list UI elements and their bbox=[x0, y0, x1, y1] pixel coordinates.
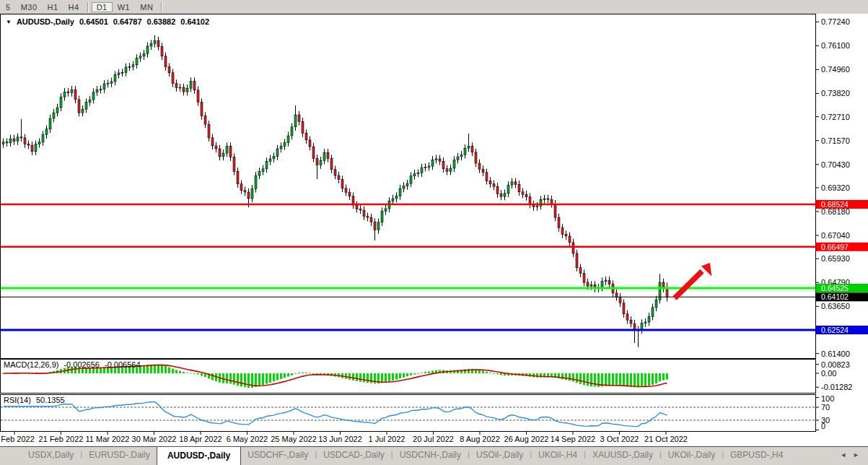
macd-bar bbox=[482, 370, 484, 373]
candle-body bbox=[35, 144, 37, 152]
candle-body bbox=[24, 138, 26, 144]
macd-bar bbox=[186, 373, 188, 373]
macd-bar bbox=[486, 372, 488, 373]
time-axis-label: 11 Mar 2022 bbox=[86, 435, 130, 443]
macd-bar bbox=[496, 373, 499, 374]
candle-body bbox=[478, 163, 481, 169]
macd-bar bbox=[399, 373, 401, 378]
candle-body bbox=[619, 297, 621, 303]
candle-body bbox=[121, 72, 123, 73]
macd-bar bbox=[576, 373, 578, 383]
time-axis-label: 21 Oct 2022 bbox=[644, 435, 688, 443]
ohlc-open: 0.64501 bbox=[79, 17, 108, 26]
candle-body bbox=[165, 56, 167, 67]
macd-bar bbox=[370, 373, 372, 383]
macd-label: MACD(12,26,9) -0.002656 -0.006564 bbox=[4, 360, 141, 369]
chart-tab-usoil-daily[interactable]: USOil-,Daily bbox=[470, 447, 530, 460]
candle-body bbox=[529, 197, 531, 204]
price-badge-resistance-1-text: 0.68524 bbox=[821, 200, 849, 209]
candle-body bbox=[186, 88, 188, 92]
candle-body bbox=[428, 166, 430, 168]
chart-tab-usdx-daily[interactable]: USDX,Daily bbox=[22, 447, 80, 460]
macd-bar bbox=[615, 373, 618, 386]
macd-bar bbox=[428, 372, 430, 374]
candle-body bbox=[439, 159, 441, 162]
candle-body bbox=[237, 171, 239, 183]
tabs-scroll-left-icon[interactable]: ◄ bbox=[840, 451, 846, 459]
candle-body bbox=[482, 169, 484, 172]
candle-body bbox=[45, 129, 48, 135]
chart-tab-usdcad-daily[interactable]: USDCAD-,Daily bbox=[317, 447, 391, 460]
candle-body bbox=[565, 235, 567, 236]
chart-symbol-label: AUDUSD-,Daily bbox=[17, 17, 74, 26]
candle-body bbox=[442, 161, 444, 168]
macd-bar bbox=[662, 373, 665, 381]
candle-body bbox=[9, 139, 12, 143]
candle-body bbox=[280, 147, 282, 149]
candle-body bbox=[82, 109, 84, 113]
chart-tab-usdchf-daily[interactable]: USDCHF-,Daily bbox=[241, 447, 315, 460]
candle-body bbox=[504, 194, 506, 196]
candle-body bbox=[605, 280, 607, 282]
chart-tab-ukoil-h4[interactable]: UKOil-,H4 bbox=[532, 447, 584, 460]
macd-bar bbox=[392, 373, 394, 381]
macd-bar bbox=[273, 373, 275, 381]
candle-body bbox=[493, 184, 495, 187]
candle-body bbox=[468, 147, 470, 149]
macd-bar bbox=[637, 373, 639, 388]
chart-tab-eurusd-daily[interactable]: EURUSD-,Daily bbox=[82, 447, 157, 460]
candle-body bbox=[370, 217, 372, 222]
candle-body bbox=[49, 118, 51, 129]
candle-body bbox=[114, 75, 116, 82]
candle-body bbox=[305, 134, 307, 140]
macd-bar bbox=[666, 373, 668, 380]
metatrader-window: 5M30H1H4D1W1MN 0.772400.761000.749600.73… bbox=[0, 0, 868, 465]
macd-bar bbox=[172, 369, 174, 374]
chart-dropdown-icon[interactable]: ▼ bbox=[6, 19, 12, 25]
time-axis-label: 6 May 2022 bbox=[227, 435, 268, 443]
macd-bar bbox=[266, 373, 268, 384]
candle-body bbox=[316, 158, 318, 165]
candle-body bbox=[413, 173, 416, 176]
symbol-tabs: USDX,Daily|EURUSD-,DailyAUDUSD-,DailyUSD… bbox=[0, 447, 840, 465]
macd-bar bbox=[201, 373, 203, 375]
chart-tab-usdcnh-daily[interactable]: USDCNH-,Daily bbox=[393, 447, 468, 460]
candle-body bbox=[641, 323, 643, 330]
tabs-scroll-right-icon[interactable]: ► bbox=[853, 451, 859, 459]
candle-body bbox=[648, 316, 650, 322]
candle-body bbox=[172, 73, 174, 84]
chart-tab-audusd-daily[interactable]: AUDUSD-,Daily bbox=[157, 447, 241, 465]
candle-body bbox=[298, 115, 300, 121]
macd-bar bbox=[280, 373, 282, 379]
chart-canvas: 0.772400.761000.749600.738200.727100.715… bbox=[0, 0, 868, 465]
macd-bar bbox=[262, 373, 264, 385]
rsi-value: 50.1355 bbox=[36, 396, 65, 404]
chart-tab-xauusd-daily[interactable]: XAUUSD-,Daily bbox=[586, 447, 659, 460]
candle-body bbox=[623, 303, 625, 314]
macd-bar bbox=[367, 373, 369, 383]
candle-body bbox=[421, 168, 423, 173]
macd-bar bbox=[168, 368, 170, 373]
candle-body bbox=[74, 90, 76, 100]
macd-bar bbox=[659, 373, 661, 381]
candle-body bbox=[590, 285, 592, 287]
macd-bar bbox=[385, 373, 387, 383]
candle-body bbox=[258, 171, 260, 175]
candle-body bbox=[146, 46, 149, 53]
candle-body bbox=[554, 204, 556, 217]
chart-tab-gbpusd-h4[interactable]: GBPUSD-,H4 bbox=[724, 447, 789, 460]
candle-body bbox=[60, 97, 62, 108]
ohlc-low: 0.63882 bbox=[147, 17, 176, 26]
candle-body bbox=[320, 160, 322, 165]
candle-body bbox=[410, 176, 412, 183]
chart-tab-ukoil-daily[interactable]: UKOil-,Daily bbox=[662, 447, 722, 460]
candle-body bbox=[110, 82, 113, 84]
candle-body bbox=[572, 243, 574, 253]
macd-bar bbox=[583, 373, 585, 385]
candle-body bbox=[96, 90, 98, 92]
candle-body bbox=[356, 205, 358, 209]
candle-body bbox=[464, 148, 466, 155]
candle-body bbox=[489, 181, 491, 183]
candle-body bbox=[655, 300, 657, 308]
candle-body bbox=[435, 159, 437, 160]
